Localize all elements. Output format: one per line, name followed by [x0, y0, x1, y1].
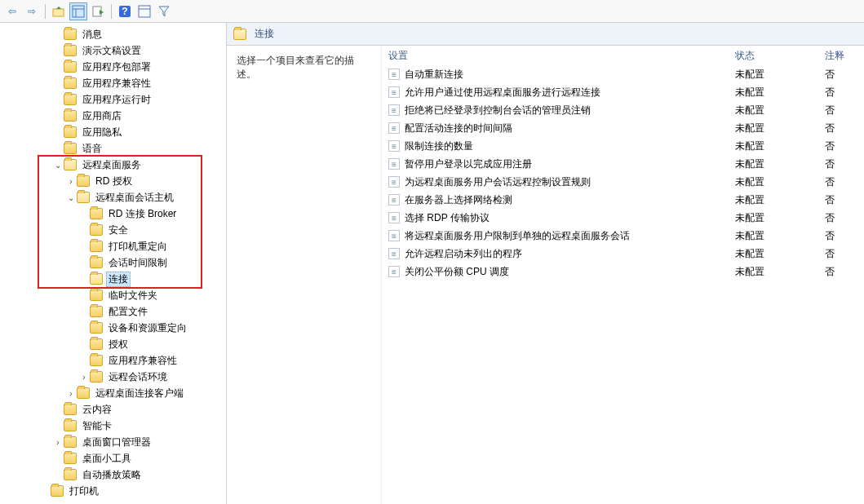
policy-row[interactable]: ≡暂停用户登录以完成应用注册未配置否 [382, 155, 864, 173]
tree-node[interactable]: ·应用程序包部署 [0, 59, 226, 75]
policy-row[interactable]: ≡为远程桌面服务用户会话远程控制设置规则未配置否 [382, 173, 864, 191]
folder-icon [90, 306, 103, 317]
twisty-blank: · [52, 77, 64, 89]
folder-icon [90, 208, 103, 219]
chevron-right-icon[interactable]: › [65, 387, 77, 399]
folder-icon [90, 371, 103, 382]
tree-node[interactable]: ·应用商店 [0, 108, 226, 124]
twisty-blank: · [52, 126, 64, 138]
policy-row[interactable]: ≡配置活动连接的时间间隔未配置否 [382, 119, 864, 137]
back-button[interactable]: ⇦ [3, 2, 21, 20]
chevron-right-icon[interactable]: › [78, 371, 90, 382]
tree-node-label: 应用隐私 [80, 125, 124, 140]
chevron-down-icon[interactable]: ⌄ [65, 192, 77, 203]
tree-node[interactable]: ·会话时间限制 [0, 254, 226, 271]
chevron-down-icon[interactable]: ⌄ [52, 159, 64, 170]
tree-node-label: 桌面窗口管理器 [80, 435, 153, 450]
policy-row[interactable]: ≡限制连接的数量未配置否 [382, 137, 864, 155]
chevron-right-icon[interactable]: › [65, 175, 77, 187]
policy-row[interactable]: ≡选择 RDP 传输协议未配置否 [382, 209, 864, 227]
tree-node[interactable]: ·临时文件夹 [0, 287, 226, 303]
tree-node[interactable]: ·云内容 [0, 401, 226, 418]
tree-node[interactable]: ·演示文稿设置 [0, 42, 226, 59]
policy-comment: 否 [825, 68, 857, 82]
policy-icon: ≡ [388, 212, 400, 223]
policy-state: 未配置 [735, 247, 825, 261]
tree-node-label: 安全 [106, 223, 131, 238]
folder-icon [64, 29, 77, 40]
help-button[interactable]: ? [116, 2, 134, 20]
tree-node[interactable]: ·应用程序运行时 [0, 91, 226, 108]
tree-node[interactable]: ·打印机重定向 [0, 238, 226, 254]
tree-node[interactable]: ·打印机 [0, 483, 226, 499]
tree-node[interactable]: ⌄远程桌面会话主机 [0, 189, 226, 206]
tree-node[interactable]: ·安全 [0, 222, 226, 238]
policy-icon: ≡ [388, 140, 400, 152]
tree-node-label: 远程桌面会话主机 [93, 190, 176, 206]
tree-node[interactable]: ·桌面小工具 [0, 450, 226, 466]
policy-icon: ≡ [388, 86, 400, 98]
folder-icon [51, 485, 64, 497]
twisty-blank: · [52, 94, 64, 105]
view-button[interactable] [69, 2, 87, 20]
tree-node-label: 自动播放策略 [80, 467, 144, 483]
policy-state: 未配置 [735, 104, 825, 117]
col-comment[interactable]: 注释 [825, 49, 857, 63]
policy-name: 在服务器上选择网络检测 [405, 193, 512, 207]
twisty-blank: · [52, 110, 64, 122]
description-pane: 选择一个项目来查看它的描述。 [227, 46, 382, 504]
tree-node-label: 授权 [106, 337, 131, 352]
tree-node[interactable]: ·配置文件 [0, 303, 226, 320]
export-button[interactable] [89, 2, 107, 20]
up-button[interactable] [50, 2, 68, 20]
forward-icon: ⇨ [28, 6, 36, 17]
policy-icon: ≡ [388, 176, 400, 188]
policy-row[interactable]: ≡允许用户通过使用远程桌面服务进行远程连接未配置否 [382, 83, 864, 101]
policy-state: 未配置 [735, 265, 825, 279]
tree-node[interactable]: ·连接 [0, 271, 226, 287]
policy-icon: ≡ [388, 122, 400, 134]
folder-icon [64, 404, 77, 415]
twisty-blank: · [52, 453, 64, 464]
tree-pane[interactable]: ·消息·演示文稿设置·应用程序包部署·应用程序兼容性·应用程序运行时·应用商店·… [0, 23, 227, 504]
tree-node[interactable]: ·自动播放策略 [0, 466, 226, 483]
tree-node[interactable]: ›远程桌面连接客户端 [0, 385, 226, 401]
tree-node[interactable]: ·RD 连接 Broker [0, 206, 226, 222]
folder-open-icon [233, 29, 246, 40]
detail-title: 连接 [255, 27, 274, 41]
tree-node-label: 应用程序兼容性 [106, 353, 179, 369]
chevron-right-icon[interactable]: › [52, 436, 64, 448]
tree-node[interactable]: ·应用程序兼容性 [0, 352, 226, 369]
tree-node[interactable]: ›RD 授权 [0, 173, 226, 189]
tree-node-label: 会话时间限制 [106, 255, 170, 271]
policy-comment: 否 [825, 229, 857, 243]
policy-row[interactable]: ≡在服务器上选择网络检测未配置否 [382, 191, 864, 209]
tree-node[interactable]: ·消息 [0, 26, 226, 42]
tree-node-label: 智能卡 [80, 418, 114, 434]
column-headers[interactable]: 设置 状态 注释 [382, 46, 864, 65]
policy-state: 未配置 [735, 122, 825, 135]
col-setting[interactable]: 设置 [388, 49, 735, 63]
policy-row[interactable]: ≡自动重新连接未配置否 [382, 65, 864, 83]
policy-row[interactable]: ≡关闭公平份额 CPU 调度未配置否 [382, 263, 864, 281]
col-state[interactable]: 状态 [735, 49, 825, 63]
tree-node[interactable]: ›桌面窗口管理器 [0, 434, 226, 450]
filter-button[interactable] [155, 2, 173, 20]
tree-node[interactable]: ›远程会话环境 [0, 369, 226, 385]
tree-node[interactable]: ·语音 [0, 140, 226, 157]
tree-node[interactable]: ·应用程序兼容性 [0, 75, 226, 91]
forward-button[interactable]: ⇨ [23, 2, 41, 20]
help-icon: ? [119, 6, 131, 17]
policy-name: 暂停用户登录以完成应用注册 [405, 157, 532, 171]
properties-button[interactable] [135, 2, 153, 20]
policy-row[interactable]: ≡将远程桌面服务用户限制到单独的远程桌面服务会话未配置否 [382, 227, 864, 245]
tree-node[interactable]: ·应用隐私 [0, 124, 226, 140]
folder-icon [64, 420, 77, 431]
tree-node[interactable]: ⌄远程桌面服务 [0, 157, 226, 173]
tree-node[interactable]: ·设备和资源重定向 [0, 320, 226, 336]
tree-node[interactable]: ·智能卡 [0, 418, 226, 434]
policy-row[interactable]: ≡拒绝将已经登录到控制台会话的管理员注销未配置否 [382, 101, 864, 119]
policy-comment: 否 [825, 86, 857, 99]
tree-node[interactable]: ·授权 [0, 336, 226, 352]
policy-row[interactable]: ≡允许远程启动未列出的程序未配置否 [382, 245, 864, 263]
